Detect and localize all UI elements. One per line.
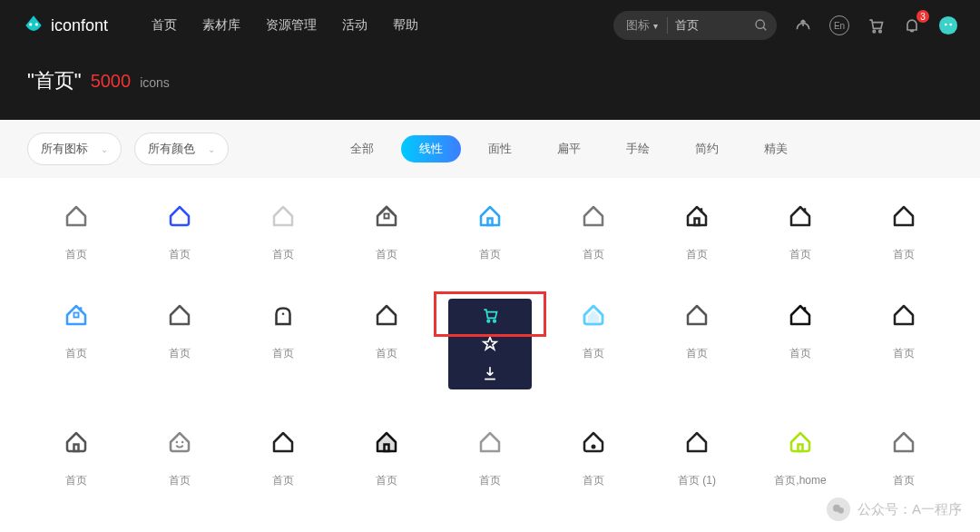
cart-icon[interactable] bbox=[866, 15, 886, 35]
watermark: 公众号：A一程序 bbox=[827, 498, 962, 521]
home-icon bbox=[370, 200, 403, 232]
icon-card[interactable]: 首页 bbox=[338, 200, 436, 262]
svg-point-25 bbox=[833, 505, 840, 512]
icon-card[interactable] bbox=[441, 299, 539, 389]
style-tab-5[interactable]: 简约 bbox=[677, 135, 737, 163]
icon-label: 首页 bbox=[479, 247, 501, 262]
style-tab-6[interactable]: 精美 bbox=[746, 135, 806, 163]
icon-card[interactable]: 首页 bbox=[648, 200, 746, 262]
search-category-dropdown[interactable]: 图标 ▾ bbox=[626, 17, 668, 34]
home-icon bbox=[681, 200, 713, 232]
svg-point-0 bbox=[29, 23, 32, 25]
home-icon bbox=[163, 200, 196, 232]
style-tab-3[interactable]: 扁平 bbox=[539, 135, 599, 163]
icon-card[interactable]: 首页 bbox=[338, 299, 436, 389]
icon-label: 首页 bbox=[893, 247, 915, 262]
svg-point-7 bbox=[949, 24, 952, 26]
svg-rect-10 bbox=[701, 208, 703, 212]
home-icon bbox=[681, 299, 713, 331]
search-input[interactable] bbox=[668, 19, 750, 33]
upload-icon[interactable] bbox=[793, 15, 813, 35]
icon-card[interactable]: 首页 bbox=[751, 299, 849, 389]
icon-card[interactable]: 首页 bbox=[131, 426, 229, 488]
chevron-down-icon: ▾ bbox=[653, 21, 658, 31]
nav-help[interactable]: 帮助 bbox=[393, 17, 418, 34]
nav-home[interactable]: 首页 bbox=[152, 17, 177, 34]
icon-card[interactable]: 首页 (1) bbox=[648, 426, 746, 488]
home-icon bbox=[60, 426, 93, 458]
icon-label: 首页 bbox=[789, 247, 811, 262]
style-tab-1[interactable]: 线性 bbox=[401, 135, 461, 163]
icon-card[interactable]: 首页 bbox=[27, 426, 125, 488]
favorite-button[interactable] bbox=[481, 335, 499, 353]
logo-text: iconfont bbox=[51, 16, 108, 35]
chevron-down-icon: ⌄ bbox=[101, 144, 108, 154]
icon-card[interactable]: 首页 bbox=[27, 299, 125, 389]
filter-color[interactable]: 所有颜色 ⌄ bbox=[134, 133, 229, 165]
icon-label: 首页 bbox=[583, 473, 604, 488]
svg-point-2 bbox=[756, 20, 764, 28]
icon-label: 首页 bbox=[169, 247, 191, 262]
logo[interactable]: iconfont bbox=[22, 14, 108, 37]
home-icon bbox=[784, 426, 817, 458]
icon-card[interactable]: 首页 bbox=[648, 299, 746, 389]
svg-point-17 bbox=[494, 320, 496, 322]
icon-card[interactable]: 首页 bbox=[544, 426, 642, 488]
icon-card[interactable]: 首页 bbox=[441, 426, 539, 488]
icon-label: 首页 bbox=[479, 473, 501, 488]
home-icon bbox=[474, 426, 506, 458]
search-button[interactable] bbox=[750, 14, 773, 37]
svg-rect-11 bbox=[695, 219, 700, 226]
icon-card[interactable]: 首页 bbox=[544, 200, 642, 262]
icon-card[interactable]: 首页 bbox=[855, 299, 953, 389]
top-header: iconfont 首页 素材库 资源管理 活动 帮助 图标 ▾ En 3 bbox=[0, 0, 980, 51]
home-icon bbox=[784, 200, 817, 232]
svg-point-23 bbox=[592, 445, 596, 449]
icon-card[interactable]: 首页 bbox=[131, 200, 229, 262]
svg-rect-18 bbox=[804, 307, 807, 311]
language-toggle[interactable]: En bbox=[829, 15, 849, 35]
style-tab-2[interactable]: 面性 bbox=[470, 135, 530, 163]
icon-card[interactable]: 首页 bbox=[234, 426, 332, 488]
svg-point-5 bbox=[939, 16, 957, 34]
svg-rect-24 bbox=[799, 445, 803, 452]
notification-icon[interactable]: 3 bbox=[902, 15, 922, 35]
home-icon bbox=[60, 200, 93, 232]
add-to-cart-button[interactable] bbox=[481, 306, 499, 324]
search-query-title: "首页" bbox=[27, 67, 82, 94]
svg-point-4 bbox=[879, 30, 882, 32]
svg-point-16 bbox=[487, 320, 490, 322]
icon-label: 首页 bbox=[376, 473, 397, 488]
icon-card[interactable]: 首页 bbox=[855, 200, 953, 262]
result-label: icons bbox=[140, 75, 170, 90]
filter-icon-type[interactable]: 所有图标 ⌄ bbox=[27, 133, 122, 165]
icon-card[interactable]: 首页 bbox=[234, 299, 332, 389]
icon-grid: 首页 首页 首页 首页 首页 首页 首页 首页 首页 首页 首页 首页 首页 bbox=[0, 178, 980, 488]
home-icon bbox=[784, 299, 817, 331]
notification-badge: 3 bbox=[916, 10, 929, 23]
icon-card[interactable]: 首页 bbox=[234, 200, 332, 262]
icon-card[interactable]: 首页 bbox=[855, 426, 953, 488]
watermark-text: 公众号：A一程序 bbox=[858, 501, 962, 518]
avatar-icon[interactable] bbox=[938, 15, 958, 35]
chevron-down-icon: ⌄ bbox=[208, 144, 215, 154]
icon-card[interactable]: 首页 bbox=[544, 299, 642, 389]
nav-library[interactable]: 素材库 bbox=[202, 17, 240, 34]
nav-activity[interactable]: 活动 bbox=[342, 17, 368, 34]
icon-label: 首页 bbox=[272, 346, 294, 361]
icon-card[interactable]: 首页 bbox=[338, 426, 436, 488]
icon-label: 首页 bbox=[893, 346, 915, 361]
icon-card[interactable]: 首页 bbox=[441, 200, 539, 262]
download-button[interactable] bbox=[481, 364, 499, 382]
svg-point-1 bbox=[35, 23, 38, 25]
nav-resources[interactable]: 资源管理 bbox=[266, 17, 317, 34]
icon-card[interactable]: 首页,home bbox=[751, 426, 849, 488]
svg-rect-19 bbox=[74, 445, 79, 452]
icon-card[interactable]: 首页 bbox=[131, 299, 229, 389]
icon-card[interactable]: 首页 bbox=[751, 200, 849, 262]
style-tab-4[interactable]: 手绘 bbox=[608, 135, 668, 163]
svg-rect-13 bbox=[74, 313, 79, 318]
icon-card[interactable]: 首页 bbox=[27, 200, 125, 262]
style-tab-0[interactable]: 全部 bbox=[332, 135, 392, 163]
icon-label: 首页 bbox=[893, 473, 915, 488]
